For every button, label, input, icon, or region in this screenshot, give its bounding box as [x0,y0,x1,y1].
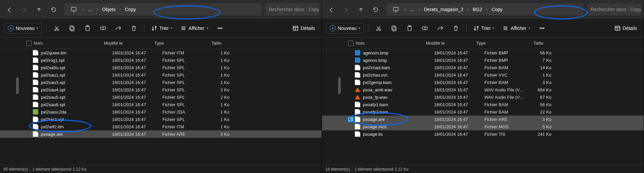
file-name: pxl2sau5.spl [41,95,112,100]
view-button[interactable]: Afficher▾ [178,23,211,33]
breadcrumb[interactable]: ›…›Objets›Copy [64,3,261,15]
sort-button[interactable]: Trier▾ [471,23,497,33]
file-name: pxl2gemp.bam [363,80,434,85]
copy-button[interactable] [388,22,400,35]
file-row[interactable]: pxoafp1.bam 18/01/2024 16:47 Fichier BAM… [322,101,644,108]
file-icon [355,87,360,92]
file-name: pxl2rog1.spl [41,58,112,63]
column-name[interactable]: Nom [345,41,426,46]
cut-button[interactable] [372,22,385,35]
file-row[interactable]: pxl2quwe.itm 18/01/2024 16:47 Fichier IT… [0,49,322,56]
column-type[interactable]: Type [154,41,195,46]
svg-point-10 [221,28,222,29]
delete-button[interactable] [127,22,140,35]
column-modified[interactable]: Modifié le [426,41,476,46]
file-row[interactable]: pxoa_amb.wav 18/01/2024 16:47 WAV Audio … [322,86,644,93]
breadcrumb-segment[interactable]: Objets [100,5,117,13]
column-size[interactable]: Taille [517,41,543,46]
column-size[interactable]: Taille [195,41,221,46]
file-row[interactable]: pxl2rog1.spl 18/01/2024 16:47 Fichier SP… [0,56,322,64]
file-row[interactable]: pxl2chad.bam 18/01/2024 16:47 Fichier BA… [322,64,644,71]
column-headers[interactable]: Nom Modifié le Type Taille [0,38,322,49]
back-button[interactable] [3,3,16,16]
address-bar: ›…›Objets›Copy Rechercher dans : Copy [0,0,322,19]
file-row[interactable]: pxl2sau3.spl 18/01/2024 16:47 Fichier SP… [0,79,322,86]
file-size: 22 Ko [525,110,551,115]
delete-button[interactable] [449,22,462,35]
file-row[interactable]: pxl2tac1.spl 18/01/2024 16:47 Fichier SP… [0,116,322,123]
file-size: 1 Ko [203,50,229,55]
file-row[interactable]: pxl2sau6.spl 18/01/2024 16:47 Fichier SP… [0,101,322,108]
file-row[interactable]: agenos.bmp 18/01/2024 16:47 Fichier BMP … [322,56,644,64]
file-row[interactable]: pxl2sauv.2da 18/01/2024 16:47 Fichier 2D… [0,108,322,116]
paste-button[interactable] [403,22,416,35]
up-button[interactable] [32,3,46,16]
up-button[interactable] [354,3,368,16]
more-button[interactable] [536,22,548,35]
file-name: pxl2chad.bam [363,65,434,70]
file-modified: 18/01/2024 16:47 [112,95,162,100]
share-button[interactable] [434,22,447,35]
cut-button[interactable] [50,22,63,35]
file-row[interactable]: pxoafp2.bam 18/01/2024 16:47 Fichier BAM… [322,108,644,116]
file-icon [355,57,360,63]
file-modified: 18/01/2024 16:47 [434,80,484,85]
svg-point-22 [543,28,544,29]
details-pane-button[interactable]: Détails [612,23,640,33]
back-button[interactable] [325,3,338,16]
file-row[interactable]: pxl2sau5.spl 18/01/2024 16:47 Fichier SP… [0,93,322,101]
file-row[interactable]: pxoage.tis 18/01/2024 16:47 Fichier TIS … [322,130,644,138]
file-row[interactable]: pxoage.are 18/01/2024 16:47 Fichier ARE … [0,130,322,138]
new-button[interactable]: +Nouveau▾ [326,23,364,34]
file-row[interactable]: pxoa_fp.wav 18/01/2024 16:47 WAV Audio F… [322,93,644,101]
refresh-button[interactable] [47,3,60,16]
search-input[interactable]: Rechercher dans : Copy [587,3,641,15]
file-row[interactable]: pxl2sa5u.spl 18/01/2024 16:47 Fichier SP… [0,64,322,71]
column-name[interactable]: Nom [23,41,104,46]
rename-button[interactable] [97,22,109,35]
more-button[interactable] [214,22,226,35]
sort-button[interactable]: Trier▾ [149,23,175,33]
file-name: agenos.bmp [363,58,434,63]
breadcrumb[interactable]: ›…›Derats_magasin_2›BG2›Copy [386,3,583,15]
file-row[interactable]: pxoage.mos 18/01/2024 16:47 Fichier MOS … [322,123,644,130]
file-row[interactable]: pxl2wlf2.itm 18/01/2024 16:47 Fichier IT… [0,123,322,130]
row-checkbox[interactable]: ✓ [348,117,353,122]
view-button[interactable]: Afficher▾ [500,23,533,33]
forward-button[interactable] [17,3,31,16]
search-input[interactable]: Rechercher dans : Copy [265,3,319,15]
monitor-icon[interactable] [389,3,402,16]
breadcrumb-segment[interactable]: Derats_magasin_2 [422,5,466,13]
breadcrumb-segment[interactable]: Copy [490,5,505,13]
refresh-button[interactable] [369,3,382,16]
file-row[interactable]: pxl2chav.vvc 18/01/2024 16:47 Fichier VV… [322,71,644,79]
file-row[interactable]: agenom.bmp 18/01/2024 16:47 Fichier BMP … [322,49,644,56]
monitor-icon[interactable] [67,3,80,16]
breadcrumb-segment[interactable]: … [86,5,95,13]
chevron-right-icon: › [468,7,469,12]
details-pane-button[interactable]: Détails [290,23,318,33]
rename-button[interactable] [419,22,431,35]
file-row[interactable]: ✓ pxoage.are 18/01/2024 16:47 Fichier AR… [322,116,644,123]
toolbar: +Nouveau▾ Trier▾ Afficher▾ Détails [322,19,644,38]
file-modified: 18/01/2024 16:47 [434,87,484,92]
file-type: Fichier BMP [484,50,525,55]
paste-button[interactable] [81,22,94,35]
file-size: 3 Ko [525,117,551,122]
column-headers[interactable]: Nom Modifié le Type Taille [322,38,644,49]
share-button[interactable] [112,22,125,35]
file-modified: 18/01/2024 16:47 [434,102,484,107]
new-button[interactable]: +Nouveau▾ [4,23,42,34]
forward-button[interactable] [339,3,353,16]
file-row[interactable]: pxl2sau1.spl 18/01/2024 16:47 Fichier SP… [0,71,322,79]
copy-button[interactable] [66,22,78,35]
file-row[interactable]: pxl2gemp.bam 18/01/2024 16:47 Fichier BA… [322,79,644,86]
column-type[interactable]: Type [476,41,517,46]
breadcrumb-segment[interactable]: Copy [123,5,138,13]
file-row[interactable]: pxl2sau4.spl 18/01/2024 16:47 Fichier SP… [0,86,322,93]
file-type: Fichier SPL [162,80,203,85]
breadcrumb-segment[interactable]: BG2 [471,5,484,13]
breadcrumb-segment[interactable]: … [408,5,417,13]
column-modified[interactable]: Modifié le [104,41,154,46]
file-icon [355,131,360,137]
